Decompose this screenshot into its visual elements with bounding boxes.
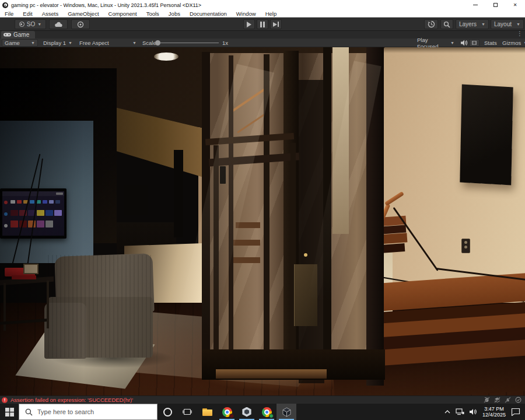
pause-button[interactable] <box>257 19 268 29</box>
display-dropdown[interactable]: Display 1 ▼ <box>41 39 75 47</box>
tray-chevron-icon[interactable] <box>444 410 450 414</box>
volume-icon[interactable] <box>470 408 477 415</box>
scene-couch-texture <box>48 255 153 358</box>
status-bar: ! Assertion failed on expression: 'SUCCE… <box>0 396 525 404</box>
mute-audio-toggle[interactable] <box>459 39 470 47</box>
elevator-inner-step <box>229 257 260 263</box>
scene-wall-art-panel <box>460 85 513 186</box>
bell-muted-icon[interactable] <box>505 397 511 403</box>
menu-gameobject[interactable]: GameObject <box>63 10 103 17</box>
tv-tile <box>46 210 53 216</box>
task-view-button[interactable] <box>177 404 197 420</box>
game-view-toolbar: Game ▼ Display 1 ▼ Free Aspect ▼ Scale 1… <box>0 38 525 47</box>
account-avatar-icon <box>19 22 24 27</box>
menu-component[interactable]: Component <box>104 10 142 17</box>
tab-game-label: Game <box>13 32 29 38</box>
minimize-button[interactable] <box>466 0 485 10</box>
scene-power-outlet <box>461 239 470 253</box>
layout-dropdown[interactable]: Layout ▼ <box>491 19 524 29</box>
aspect-dropdown[interactable]: Free Aspect ▼ <box>77 39 139 47</box>
status-error-text[interactable]: Assertion failed on expression: 'SUCCEED… <box>10 397 133 403</box>
close-button[interactable]: ✕ <box>505 0 525 10</box>
tv-tile <box>17 200 22 204</box>
action-center-icon[interactable] <box>511 408 520 416</box>
chevron-down-icon: ▼ <box>516 22 520 26</box>
scale-slider-handle[interactable] <box>155 40 160 46</box>
elevator-sill <box>216 369 327 379</box>
chrome-profile-badge <box>269 414 274 418</box>
tv-tile <box>37 210 44 216</box>
game-viewport[interactable] <box>0 47 525 396</box>
menu-window[interactable]: Window <box>232 10 261 17</box>
menu-edit[interactable]: Edit <box>18 10 37 17</box>
chrome-button-1[interactable] <box>217 404 237 420</box>
tv-tile <box>4 201 8 204</box>
maximize-button[interactable] <box>485 0 505 10</box>
unity-cube-icon <box>282 407 292 417</box>
taskbar-clock[interactable]: 3:47 PM 12/4/2025 <box>482 406 506 418</box>
tv-tile <box>10 210 18 216</box>
search-icon <box>443 21 450 28</box>
step-button[interactable] <box>270 19 282 29</box>
account-label: SO <box>27 21 35 27</box>
layers-dropdown[interactable]: Layers ▼ <box>456 19 489 29</box>
search-placeholder: Type here to search <box>37 408 94 415</box>
tab-game[interactable]: Game <box>1 31 35 38</box>
clock-date: 12/4/2025 <box>482 412 506 418</box>
chevron-down-icon: ▼ <box>132 41 136 45</box>
undo-history-button[interactable] <box>424 19 438 29</box>
system-tray: 3:47 PM 12/4/2025 <box>444 404 525 420</box>
error-icon[interactable]: ! <box>2 397 8 403</box>
unity-hub-icon <box>242 407 252 417</box>
chrome-profile-badge <box>229 414 234 418</box>
vsync-toggle[interactable] <box>469 39 480 47</box>
search-everywhere-button[interactable] <box>440 19 453 29</box>
unity-hub-button[interactable] <box>237 404 257 420</box>
menu-assets[interactable]: Assets <box>37 10 64 17</box>
clock-time: 3:47 PM <box>482 406 506 412</box>
speaker-icon <box>461 40 468 46</box>
target-search-button[interactable] <box>71 19 90 29</box>
display-label: Display 1 <box>43 40 66 46</box>
stats-toggle[interactable]: Stats <box>482 39 499 47</box>
play-button[interactable] <box>243 19 255 29</box>
cloud-services-button[interactable] <box>49 19 68 29</box>
unity-window: gaming pc - elevator - Windows, Mac, Lin… <box>0 0 525 420</box>
game-mode-dropdown[interactable]: Game ▼ <box>2 39 38 47</box>
network-icon[interactable] <box>456 408 464 415</box>
task-view-icon <box>183 408 192 416</box>
scale-slider-track[interactable] <box>156 43 219 43</box>
scene-table-leg <box>47 281 49 328</box>
tv-tile <box>4 224 8 228</box>
progress-check-icon[interactable] <box>515 397 522 403</box>
history-icon <box>428 20 435 28</box>
menu-jobs[interactable]: Jobs <box>164 10 185 17</box>
chevron-down-icon: ▼ <box>37 22 41 26</box>
elevator-door-knob <box>304 253 307 257</box>
menu-tools[interactable]: Tools <box>142 10 164 17</box>
target-icon <box>77 21 84 28</box>
gizmos-dropdown[interactable]: Gizmos ▼ <box>500 39 524 47</box>
tab-options-icon[interactable]: ⋮ <box>517 30 523 37</box>
cortana-button[interactable] <box>158 404 177 420</box>
layers-muted-icon[interactable] <box>494 397 501 403</box>
tv-tile <box>30 200 34 204</box>
menu-help[interactable]: Help <box>261 10 282 17</box>
play-focused-dropdown[interactable]: Play Focused ▼ <box>415 39 457 47</box>
account-dropdown[interactable]: SO ▼ <box>15 19 46 29</box>
unity-logo-icon <box>2 2 8 8</box>
unity-editor-button[interactable] <box>276 404 296 420</box>
taskbar-search[interactable]: Type here to search <box>19 404 158 420</box>
tv-tile <box>37 220 44 228</box>
menu-bar: File Edit Assets GameObject Component To… <box>0 10 525 18</box>
aspect-label: Free Aspect <box>79 40 109 46</box>
chrome-button-2[interactable] <box>257 404 276 420</box>
scene-ceiling-light <box>154 52 178 61</box>
file-explorer-button[interactable] <box>197 404 217 420</box>
scale-value: 1x <box>220 39 230 47</box>
debugger-muted-icon[interactable] <box>484 397 490 403</box>
menu-documentation[interactable]: Documentation <box>185 10 232 17</box>
start-button[interactable] <box>0 404 19 420</box>
scene-red-console-base <box>12 275 36 279</box>
menu-file[interactable]: File <box>0 10 18 17</box>
